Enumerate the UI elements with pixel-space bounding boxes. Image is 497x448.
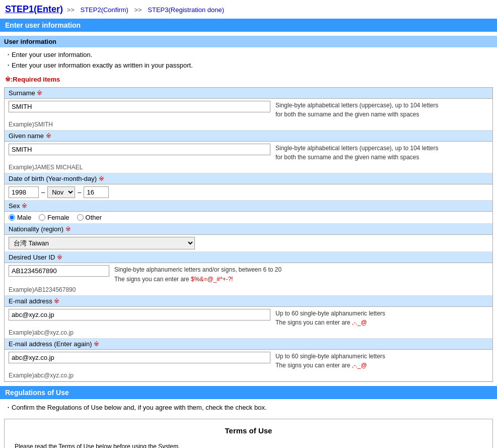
user-info-instructions: ・Enter your user information. ・Enter you…: [0, 47, 497, 74]
email-confirm-field-row: E-mail address (Enter again) ※ Up to 60 …: [5, 339, 492, 381]
arrow1: >>: [67, 6, 75, 14]
userid-label: Desired User ID ※: [5, 252, 492, 263]
email-confirm-input[interactable]: [9, 352, 270, 363]
email-input-row: Up to 60 single-byte alphanumeric letter…: [5, 307, 492, 329]
sex-male-radio[interactable]: [9, 214, 15, 221]
userid-signs: $%&=@_#*+-?!: [191, 276, 233, 283]
email-confirm-signs: ,-._@: [352, 362, 367, 369]
sex-female-label[interactable]: Female: [39, 214, 69, 221]
step2-label: STEP2(Confirm): [80, 6, 128, 14]
sex-label: Sex ※: [5, 201, 492, 212]
nationality-label: Nationality (region) ※: [5, 224, 492, 235]
user-info-section: User information ・Enter your user inform…: [0, 36, 497, 74]
surname-label: Surname ※: [5, 88, 492, 99]
surname-example: Example)SMITH: [5, 121, 492, 130]
instruction-line-2: ・Enter your user information exactly as …: [5, 60, 492, 71]
nationality-select[interactable]: 台湾 Taiwan United States Japan China Kore…: [9, 237, 195, 249]
userid-hint: Single-byte alphanumeric letters and/or …: [114, 265, 281, 284]
required-label: ※:Required items: [0, 74, 497, 85]
surname-hint: Single-byte alphabetical letters (upperc…: [275, 101, 488, 119]
surname-input[interactable]: [9, 101, 270, 112]
dob-day-input[interactable]: [84, 186, 109, 198]
arrow2: >>: [134, 6, 141, 14]
sex-field-row: Sex ※ Male Female Other: [5, 201, 492, 224]
sex-female-text: Female: [47, 214, 69, 221]
step1-link[interactable]: STEP1(Enter): [5, 4, 63, 14]
user-info-header: User information: [0, 36, 497, 47]
email-signs: ,-._@: [352, 319, 367, 326]
sex-male-text: Male: [17, 214, 31, 221]
given-name-input-row: Single-byte alphabetical letters (upperc…: [5, 142, 492, 164]
regulations-section: Regulations of Use ・Confirm the Regulati…: [0, 386, 497, 448]
email-hint: Up to 60 single-byte alphanumeric letter…: [275, 309, 488, 327]
surname-field-row: Surname ※ Single-byte alphabetical lette…: [5, 88, 492, 131]
sex-input-row: Male Female Other: [5, 212, 492, 223]
dob-month-select[interactable]: JanFebMar AprMayJun JulAugSep OctNovDec: [47, 186, 75, 198]
user-form: Surname ※ Single-byte alphabetical lette…: [4, 87, 493, 382]
dob-label: Date of birth (Year-month-day) ※: [5, 173, 492, 184]
dob-dash1: –: [41, 188, 45, 196]
userid-field-row: Desired User ID ※ Single-byte alphanumer…: [5, 252, 492, 296]
email-input[interactable]: [9, 309, 270, 321]
userid-example: Example)AB1234567890: [5, 286, 492, 295]
step3-label: STEP3(Registration done): [148, 6, 224, 14]
email-label: E-mail address ※: [5, 296, 492, 307]
userid-input-row: Single-byte alphanumeric letters and/or …: [5, 263, 492, 286]
regulations-header: Regulations of Use: [0, 386, 497, 399]
sex-other-label[interactable]: Other: [77, 214, 102, 221]
given-name-field-row: Given name ※ Single-byte alphabetical le…: [5, 131, 492, 173]
nationality-field-row: Nationality (region) ※ 台湾 Taiwan United …: [5, 224, 492, 252]
email-example: Example)abc@xyz.co.jp: [5, 329, 492, 338]
breadcrumb: STEP1(Enter) >> STEP2(Confirm) >> STEP3(…: [0, 0, 497, 19]
email-confirm-example: Example)abc@xyz.co.jp: [5, 372, 492, 381]
userid-input[interactable]: [9, 265, 109, 277]
instruction-line-1: ・Enter your user information.: [5, 50, 492, 60]
given-name-label: Given name ※: [5, 131, 492, 142]
sex-male-label[interactable]: Male: [9, 214, 31, 221]
given-name-example: Example)JAMES MICHAEL: [5, 164, 492, 173]
email-confirm-hint: Up to 60 single-byte alphanumeric letter…: [275, 352, 488, 370]
given-name-hint: Single-byte alphabetical letters (upperc…: [275, 144, 488, 162]
email-confirm-label: E-mail address (Enter again) ※: [5, 339, 492, 350]
regulations-instruction: ・Confirm the Regulations of Use below an…: [0, 400, 497, 416]
surname-input-row: Single-byte alphabetical letters (upperc…: [5, 99, 492, 121]
email-field-row: E-mail address ※ Up to 60 single-byte al…: [5, 296, 492, 339]
email-confirm-input-row: Up to 60 single-byte alphanumeric letter…: [5, 350, 492, 372]
terms-text1: Please read the Terms of Use below befor…: [15, 442, 482, 448]
nationality-input-row: 台湾 Taiwan United States Japan China Kore…: [5, 235, 492, 251]
terms-box[interactable]: Terms of Use Please read the Terms of Us…: [4, 419, 493, 448]
sex-other-radio[interactable]: [77, 214, 84, 221]
given-name-input[interactable]: [9, 144, 270, 155]
dob-field-row: Date of birth (Year-month-day) ※ – JanFe…: [5, 173, 492, 201]
sex-female-radio[interactable]: [39, 214, 45, 221]
dob-dash2: –: [78, 188, 81, 196]
dob-input-row: – JanFebMar AprMayJun JulAugSep OctNovDe…: [5, 184, 492, 200]
sex-other-text: Other: [86, 214, 102, 221]
page-header: Enter user information: [0, 19, 497, 32]
terms-title: Terms of Use: [15, 424, 482, 437]
dob-year-input[interactable]: [9, 186, 39, 198]
